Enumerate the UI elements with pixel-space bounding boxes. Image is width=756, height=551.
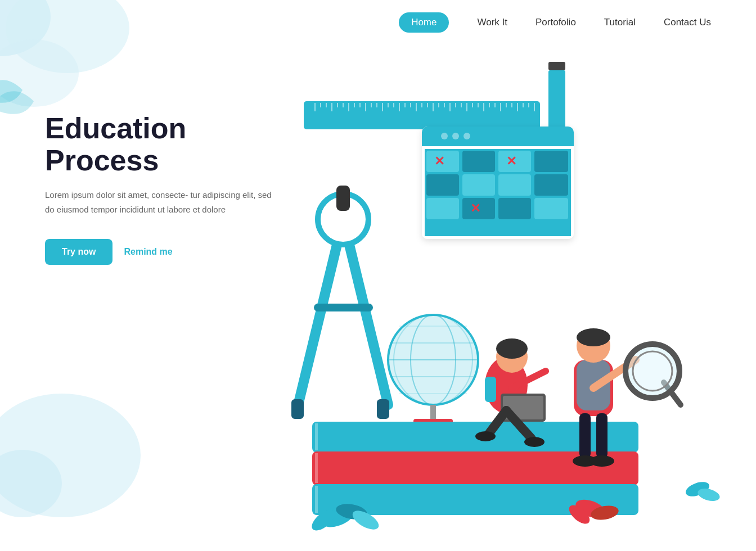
svg-rect-74	[336, 186, 350, 211]
svg-rect-63	[462, 174, 495, 196]
svg-point-52	[441, 133, 448, 139]
nav-item-workit[interactable]: Work It	[477, 17, 507, 28]
svg-line-72	[343, 219, 388, 405]
svg-text:✕: ✕	[470, 201, 480, 215]
svg-text:✕: ✕	[506, 154, 516, 168]
nav-item-portfolio[interactable]: Portofolio	[536, 17, 576, 28]
svg-rect-77	[314, 304, 373, 311]
navbar: Home Work It Portofolio Tutorial Contact…	[0, 0, 756, 45]
nav-item-home[interactable]: Home	[399, 12, 449, 33]
svg-rect-69	[534, 198, 568, 219]
blob-bottom-left	[0, 382, 146, 529]
svg-point-103	[524, 437, 544, 447]
nav-item-contact[interactable]: Contact Us	[664, 17, 711, 28]
svg-point-116	[633, 351, 672, 391]
svg-text:✕: ✕	[434, 154, 444, 168]
svg-rect-57	[462, 151, 495, 172]
svg-rect-86	[430, 405, 436, 421]
svg-rect-76	[377, 399, 389, 419]
svg-rect-109	[579, 413, 591, 458]
svg-rect-65	[534, 174, 568, 196]
svg-rect-93	[315, 486, 318, 513]
svg-point-53	[452, 133, 459, 139]
svg-rect-75	[291, 399, 304, 419]
svg-point-54	[464, 133, 470, 139]
nav-item-tutorial[interactable]: Tutorial	[604, 17, 636, 28]
main-illustration: ✕ ✕ ✕	[225, 28, 731, 545]
svg-rect-89	[315, 423, 318, 450]
svg-rect-68	[498, 198, 531, 219]
svg-point-102	[475, 431, 496, 441]
svg-point-108	[577, 328, 610, 346]
svg-rect-91	[315, 453, 318, 483]
svg-point-97	[496, 338, 528, 359]
svg-rect-110	[596, 413, 608, 458]
svg-rect-59	[534, 151, 568, 172]
svg-line-71	[298, 219, 343, 405]
try-now-button[interactable]: Try now	[45, 239, 112, 265]
svg-rect-64	[498, 174, 531, 196]
svg-rect-46	[548, 62, 565, 70]
svg-rect-62	[426, 174, 459, 196]
svg-rect-95	[485, 377, 496, 402]
remind-me-button[interactable]: Remind me	[124, 247, 172, 257]
svg-point-112	[590, 455, 614, 467]
svg-rect-66	[426, 198, 459, 219]
